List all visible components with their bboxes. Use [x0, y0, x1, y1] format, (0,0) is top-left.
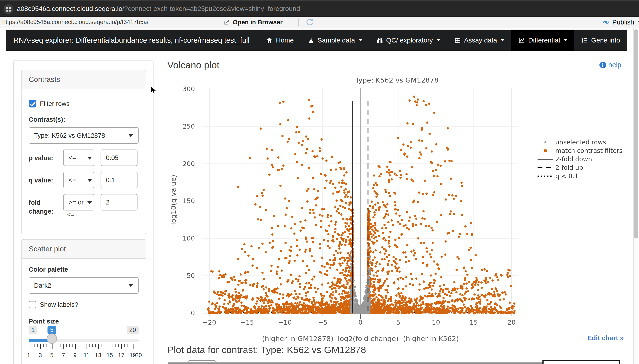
- contrasts-card: Contrasts Filter rows Contrast(s): Type:…: [21, 70, 146, 234]
- chevron-down-icon: [87, 179, 92, 182]
- q-value-operator-select[interactable]: <=: [63, 172, 94, 188]
- filter-rows-checkbox[interactable]: [29, 100, 36, 108]
- chevron-down-icon: [87, 157, 92, 160]
- address-bar[interactable]: a08c9546a.connect.cloud.seqera.io/?conne…: [17, 1, 300, 17]
- chevron-down-icon: [128, 284, 133, 287]
- p-value-label: p value:: [29, 150, 63, 166]
- q-value-input[interactable]: [100, 172, 138, 188]
- bottom-partial-box: [542, 360, 620, 364]
- nav-label: Gene info: [591, 36, 620, 44]
- chevron-down-icon: [359, 39, 362, 42]
- divider: [219, 18, 220, 26]
- page-title: Volcano plot: [167, 60, 220, 70]
- p-value-operator-select[interactable]: <=: [63, 150, 94, 166]
- fold-change-operator-select[interactable]: >= or <= -: [63, 194, 94, 210]
- dotted-line-icon: [538, 176, 553, 177]
- legend-label: 2-fold up: [555, 164, 583, 171]
- legend-item-2fold-down: 2-fold down: [538, 155, 622, 163]
- secondary-url-bar: https://a08c9546a.connect.cloud.seqera.i…: [0, 17, 639, 28]
- rnaseq-explorer-app: a08c9546a.connect.cloud.seqera.io/?conne…: [0, 0, 639, 364]
- legend-item-2fold-up: 2-fold up: [538, 163, 622, 172]
- nav-label: QC/ exploratory: [386, 36, 433, 44]
- scatter-plot-card: Scatter plot Color palette Dark2 Show la…: [21, 239, 146, 364]
- point-size-slider[interactable]: 1 5 20 13579111315171920: [29, 326, 138, 364]
- gray-dot-icon: [544, 141, 546, 143]
- solid-line-icon: [538, 159, 553, 160]
- show-labels-checkbox[interactable]: [29, 301, 36, 308]
- edit-chart-link[interactable]: Edit chart »: [588, 334, 624, 342]
- info-icon: [599, 61, 606, 69]
- divider: [298, 18, 298, 26]
- operator-value: <=: [68, 176, 76, 184]
- legend-label: 2-fold down: [555, 156, 592, 163]
- color-palette-select[interactable]: Dark2: [29, 277, 138, 294]
- binoculars-icon: [376, 37, 383, 44]
- publish-logo-icon: [602, 18, 610, 26]
- operator-value: <=: [68, 154, 76, 162]
- nav-item-qc-exploratory[interactable]: QC/ exploratory: [369, 30, 447, 51]
- chart-title: Type: K562 vs GM12878: [166, 76, 628, 84]
- nav-item-gene-info[interactable]: Gene info: [574, 30, 627, 51]
- help-link[interactable]: help: [599, 61, 622, 69]
- q-value-row: q value: <=: [29, 172, 138, 188]
- mouse-cursor: [150, 86, 159, 95]
- slider-max-bubble: 20: [126, 326, 138, 334]
- slider-value-bubble: 5: [48, 326, 56, 334]
- open-in-browser-button[interactable]: Open in Browser: [224, 17, 282, 28]
- chevron-down-icon: [87, 201, 92, 204]
- browser-chrome-bar: a08c9546a.connect.cloud.seqera.io/?conne…: [0, 0, 639, 17]
- contrast-select[interactable]: Type: K562 vs GM12878: [29, 127, 138, 144]
- home-icon: [266, 37, 273, 44]
- fold-change-input[interactable]: [100, 194, 138, 210]
- chevron-down-icon: [564, 39, 567, 42]
- slider-ticks: [29, 344, 138, 350]
- chart-line-icon: [518, 37, 525, 44]
- volcano-chart: Type: K562 vs GM12878 unselected rows ma…: [166, 74, 628, 346]
- nav-label: Differential: [528, 36, 560, 44]
- plot-data-heading: Plot data for contrast: Type: K562 vs GM…: [167, 344, 366, 355]
- app-navbar: RNA-seq explorer: Differentialabundance …: [6, 30, 627, 51]
- nav-item-home[interactable]: Home: [259, 30, 300, 51]
- sidebar-panel: Contrasts Filter rows Contrast(s): Type:…: [13, 60, 154, 364]
- legend-label: match contrast filters: [555, 147, 622, 154]
- chart-legend: unselected rows match contrast filters 2…: [538, 138, 622, 180]
- legend-item-unselected: unselected rows: [538, 138, 622, 146]
- chevron-down-icon: [437, 39, 440, 42]
- open-in-browser-label: Open in Browser: [233, 19, 282, 26]
- legend-item-q-line: q < 0.1: [538, 172, 622, 180]
- bottom-divider: [168, 362, 544, 364]
- contrast-label: Contrast(s):: [29, 116, 138, 123]
- fold-change-row: fold change: >= or <= -: [29, 194, 138, 216]
- slider-handle[interactable]: [47, 334, 57, 344]
- volcano-plot-canvas[interactable]: [166, 74, 628, 346]
- publish-label: Publish: [612, 18, 634, 26]
- scrollbar-thumb[interactable]: [634, 29, 638, 238]
- list-icon: [581, 37, 588, 44]
- orange-dot-icon: [544, 149, 547, 152]
- point-size-label: Point size: [29, 318, 138, 325]
- contrasts-card-header: Contrasts: [22, 70, 146, 89]
- slider-min-bubble: 1: [29, 326, 38, 334]
- p-value-input[interactable]: [100, 150, 138, 166]
- chevron-down-icon: [128, 134, 133, 137]
- chevron-down-icon: [501, 39, 504, 42]
- open-in-browser-icon: [224, 19, 230, 26]
- nav-item-differential[interactable]: Differential: [511, 30, 574, 51]
- q-value-label: q value:: [29, 172, 63, 188]
- table-icon: [454, 37, 461, 44]
- secondary-url[interactable]: https://a08c9546a.connect.cloud.seqera.i…: [2, 17, 149, 27]
- profile-badge-icon[interactable]: [4, 4, 13, 14]
- p-value-row: p value: <=: [29, 150, 138, 166]
- contrast-select-value: Type: K562 vs GM12878: [34, 132, 105, 139]
- show-labels-row: Show labels?: [29, 301, 138, 308]
- nav-item-assay-data[interactable]: Assay data: [447, 30, 511, 51]
- color-palette-value: Dark2: [34, 282, 51, 289]
- publish-caret-icon: [638, 21, 639, 24]
- show-labels-label: Show labels?: [40, 301, 78, 308]
- scatter-card-header: Scatter plot: [22, 240, 146, 259]
- refresh-icon[interactable]: [305, 18, 314, 27]
- nav-item-sample-data[interactable]: Sample data: [300, 30, 369, 51]
- publish-button[interactable]: Publish: [602, 17, 639, 28]
- url-domain: a08c9546a.connect.cloud.seqera.io: [17, 5, 122, 12]
- operator-value: >= or: [68, 199, 84, 206]
